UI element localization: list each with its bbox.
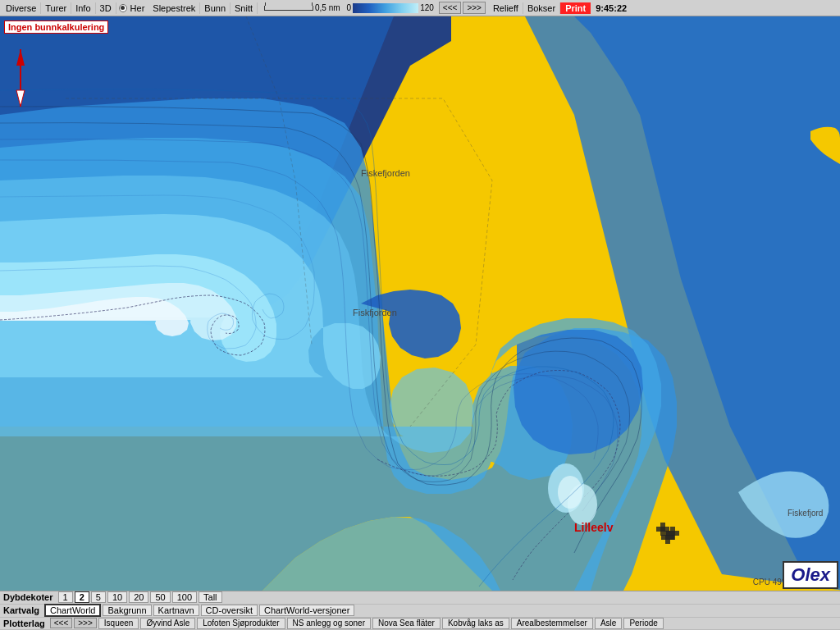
depth-btn-tall[interactable]: Tall	[199, 591, 222, 603]
fiskefjorden-label-1: Fiskefjorden	[361, 168, 410, 178]
lilleelv-label: Lilleelv	[574, 521, 613, 534]
plotterlag-kobvag[interactable]: Kobvåg laks as	[442, 618, 509, 629]
bokser-btn[interactable]: Bokser	[523, 2, 560, 14]
menu-diverse[interactable]: Diverse	[2, 2, 41, 14]
menu-3d[interactable]: 3D	[96, 2, 116, 14]
depth-gradient	[353, 3, 418, 13]
kartvalg-label: Kartvalg	[3, 605, 39, 615]
depth-btn-2[interactable]: 2	[75, 591, 89, 603]
plotterlag-label: Plotterlag	[3, 619, 45, 628]
kartvalg-row: Kartvalg ChartWorld Bakgrunn Kartnavn CD…	[0, 605, 840, 618]
nav-left-btn[interactable]: <<<	[439, 2, 462, 14]
plotterlag-ns-anlegg[interactable]: NS anlegg og soner	[287, 618, 371, 629]
menu-slepestrek[interactable]: Slepestrek	[148, 2, 200, 14]
north-arrow	[12, 45, 29, 111]
depth-btn-20[interactable]: 20	[129, 591, 148, 603]
depth-btn-50[interactable]: 50	[150, 591, 170, 603]
kartvalg-chartworld[interactable]: ChartWorld	[44, 604, 101, 617]
depth-btn-100[interactable]: 100	[172, 591, 197, 603]
menu-snitt[interactable]: Snitt	[231, 2, 258, 14]
kartvalg-chartworld-versjoner[interactable]: ChartWorld-versjoner	[259, 605, 354, 616]
menu-info[interactable]: Info	[71, 2, 95, 14]
plotterlag-row: Plotterlag <<< >>> Isqueen Øyvind Asle L…	[0, 618, 840, 631]
plotterlag-oyvind-asle[interactable]: Øyvind Asle	[140, 618, 195, 629]
map-svg	[0, 16, 840, 591]
print-button[interactable]: Print	[560, 2, 591, 14]
kartvalg-cd-oversikt[interactable]: CD-oversikt	[201, 605, 258, 616]
toolbar: Diverse Turer Info 3D Her Slepestrek Bun…	[0, 0, 840, 16]
svg-marker-12	[16, 90, 25, 107]
nav-controls: <<< >>>	[439, 2, 486, 14]
plotterlag-periode[interactable]: Periode	[623, 618, 663, 629]
plotterlag-isqueen[interactable]: Isqueen	[98, 618, 139, 629]
menu-her[interactable]: Her	[129, 3, 147, 13]
scale-label-right: 0,5 nm	[315, 3, 340, 12]
relief-btn[interactable]: Relieff	[489, 2, 523, 14]
dybdekoter-row: Dybdekoter 1 2 5 10 20 50 100 Tall	[0, 591, 840, 605]
depth-btn-10[interactable]: 10	[107, 591, 127, 603]
fiskefjorden-label-2: Fiskfjorden	[353, 308, 397, 317]
fiskefjord-label-3: Fiskefjord	[788, 509, 823, 518]
nav-right-btn[interactable]: >>>	[463, 2, 486, 14]
depth-btn-1[interactable]: 1	[58, 591, 73, 603]
depth-btn-5[interactable]: 5	[91, 591, 106, 603]
plotterlag-asle[interactable]: Asle	[595, 618, 622, 629]
menu-turer[interactable]: Turer	[41, 2, 71, 14]
map-area[interactable]: Ingen bunnkalkulering Fiskefjorden Fiskf…	[0, 16, 840, 591]
kartvalg-bakgrunn[interactable]: Bakgrunn	[103, 605, 151, 616]
svg-marker-11	[16, 49, 25, 66]
scale-bar: 0,5 nm	[262, 3, 340, 12]
bottom-panels: Dybdekoter 1 2 5 10 20 50 100 Tall Kartv…	[0, 591, 840, 630]
plotterlag-nova-sea[interactable]: Nova Sea fläter	[372, 618, 441, 629]
dybdekoter-label: Dybdekoter	[3, 592, 53, 602]
depth-max: 120	[420, 3, 434, 12]
plotterlag-lofoten[interactable]: Lofoten Sjøprodukter	[197, 618, 285, 629]
plotterlag-nav-left[interactable]: <<<	[50, 618, 73, 628]
ingen-bunnkalkulering-label: Ingen bunnkalkulering	[4, 21, 108, 34]
plotterlag-arealbestemmelser[interactable]: Arealbestemmelser	[511, 618, 593, 629]
menu-bunn[interactable]: Bunn	[200, 2, 231, 14]
her-radio[interactable]	[119, 4, 127, 12]
depth-min: 0	[347, 3, 352, 12]
svg-rect-9	[661, 535, 674, 540]
plotterlag-nav-right[interactable]: >>>	[74, 618, 97, 628]
olex-logo: Olex	[783, 561, 838, 589]
time-display: 9:45:22	[591, 3, 632, 13]
kartvalg-kartnavn[interactable]: Kartnavn	[153, 605, 199, 616]
scale-line	[264, 6, 313, 11]
